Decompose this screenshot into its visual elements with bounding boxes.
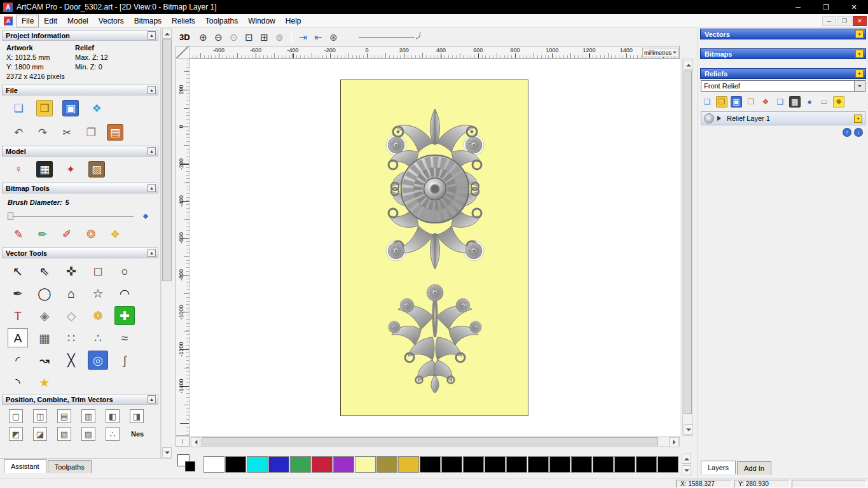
pan-tool-box[interactable] bbox=[176, 436, 189, 447]
snap-guides-icon[interactable]: ⇤ bbox=[312, 30, 326, 44]
relief-new-icon[interactable]: ❏ bbox=[701, 96, 713, 108]
palette-swatch[interactable] bbox=[420, 456, 441, 473]
relief-selector[interactable]: Front Relief bbox=[701, 80, 865, 92]
collapse-icon[interactable]: ▲ bbox=[148, 184, 156, 192]
create-diamond-icon[interactable]: ◇ bbox=[61, 306, 81, 325]
assistant-scrollbar[interactable] bbox=[161, 28, 172, 458]
menu-vectors[interactable]: Vectors bbox=[93, 15, 129, 27]
palette-swatch[interactable] bbox=[225, 456, 246, 473]
slider-thumb[interactable] bbox=[8, 213, 13, 220]
create-arc-icon[interactable]: ◠ bbox=[114, 284, 135, 303]
collapse-icon[interactable]: ▲ bbox=[148, 147, 156, 155]
node-editing-icon[interactable]: ⇖ bbox=[34, 261, 55, 281]
flood-fill-icon[interactable]: ❖ bbox=[107, 226, 123, 242]
minimize-button[interactable]: ─ bbox=[784, 0, 812, 14]
menu-window[interactable]: Window bbox=[243, 15, 280, 27]
paste-icon[interactable]: ▤ bbox=[107, 124, 123, 141]
palette-swatch[interactable] bbox=[290, 456, 311, 473]
menu-reliefs[interactable]: Reliefs bbox=[167, 15, 200, 27]
palette-swatch[interactable] bbox=[614, 456, 635, 473]
create-polyline-icon[interactable]: ✒ bbox=[8, 284, 28, 303]
node-chain-icon[interactable]: ∴ bbox=[88, 328, 108, 347]
menu-model[interactable]: Model bbox=[62, 15, 93, 27]
zoom-ratio-icon[interactable]: ⊚ bbox=[273, 30, 287, 44]
colour-picker-icon[interactable]: ❂ bbox=[83, 226, 99, 242]
2d-view-canvas[interactable] bbox=[189, 59, 680, 436]
center-x-icon[interactable]: ◫ bbox=[33, 409, 47, 423]
relief-dropdown-value[interactable]: Front Relief bbox=[701, 80, 855, 92]
palette-swatch[interactable] bbox=[203, 456, 224, 473]
block-copy-icon[interactable]: ✚ bbox=[114, 306, 135, 325]
collapse-icon[interactable]: ▲ bbox=[148, 86, 156, 94]
scrollbar-thumb[interactable] bbox=[202, 437, 658, 445]
arc-editing-icon[interactable]: ◝ bbox=[8, 373, 28, 392]
set-model-size-icon[interactable]: ♀ bbox=[10, 161, 27, 178]
palette-swatch[interactable] bbox=[398, 456, 419, 473]
vectors-header[interactable]: Vectors ▼ bbox=[700, 29, 866, 39]
palette-swatch[interactable] bbox=[355, 456, 376, 473]
scatter-vectors-icon[interactable]: ∴ bbox=[106, 427, 120, 441]
select-vectors-icon[interactable]: ↖ bbox=[8, 261, 28, 281]
scroll-down-icon[interactable] bbox=[162, 447, 172, 457]
expander-icon[interactable] bbox=[717, 116, 724, 121]
mdi-close-button[interactable]: ✕ bbox=[853, 16, 867, 26]
relief-light-icon[interactable]: ✹ bbox=[833, 96, 844, 108]
reliefs-menu-icon[interactable]: ▼ bbox=[855, 69, 864, 78]
layer-down-icon[interactable]: ↓ bbox=[854, 128, 863, 137]
relief-open-icon[interactable]: ❒ bbox=[716, 96, 727, 108]
collapse-icon[interactable]: ▲ bbox=[148, 31, 156, 39]
draw-tool-icon[interactable]: ✏ bbox=[34, 226, 51, 242]
palette-swatch[interactable] bbox=[528, 456, 549, 473]
relief-layer-row[interactable]: ✛ Relief Layer 1 ● bbox=[701, 111, 865, 125]
intersect-vectors-icon[interactable]: ▨ bbox=[81, 427, 95, 441]
mdi-minimize-button[interactable]: ─ bbox=[822, 16, 836, 26]
copy-icon[interactable]: ❐ bbox=[83, 124, 99, 141]
transform-vectors-icon[interactable]: ✜ bbox=[61, 261, 81, 281]
zoom-fit-icon[interactable]: ⊡ bbox=[242, 30, 256, 44]
subtract-vectors-icon[interactable]: ◪ bbox=[33, 427, 47, 441]
new-model-icon[interactable]: ❏ bbox=[10, 100, 27, 116]
menu-toolpaths[interactable]: Toolpaths bbox=[200, 15, 243, 27]
primary-secondary-colours[interactable] bbox=[176, 453, 201, 476]
text-grid-icon[interactable]: ▦ bbox=[34, 328, 55, 347]
menu-file[interactable]: File bbox=[17, 15, 39, 27]
cut-icon[interactable]: ✂ bbox=[59, 124, 75, 141]
palette-swatch[interactable] bbox=[506, 456, 527, 473]
nesting-tool[interactable]: Nes bbox=[130, 429, 145, 439]
tab-assistant[interactable]: Assistant bbox=[4, 459, 46, 473]
mirror-vectors-icon[interactable]: ◈ bbox=[34, 306, 55, 325]
zoom-out-icon[interactable]: ⊖ bbox=[212, 30, 226, 44]
vector-direction-icon[interactable]: ↝ bbox=[34, 351, 55, 370]
create-star-icon[interactable]: ☆ bbox=[88, 284, 108, 303]
paste-array-icon[interactable]: ∷ bbox=[61, 328, 81, 347]
canvas-vertical-scrollbar[interactable] bbox=[682, 59, 693, 436]
collapse-icon[interactable]: ▲ bbox=[148, 249, 156, 257]
scrollbar-thumb[interactable] bbox=[162, 39, 172, 281]
create-rectangle-icon[interactable]: □ bbox=[88, 261, 108, 281]
ruler-units-dropdown[interactable]: millimetres bbox=[642, 48, 679, 57]
palette-swatch[interactable] bbox=[485, 456, 506, 473]
scroll-down-icon[interactable] bbox=[682, 465, 691, 475]
bitmaps-header[interactable]: Bitmaps ▼ bbox=[700, 48, 866, 59]
scroll-left-icon[interactable] bbox=[191, 437, 200, 447]
zoom-previous-icon[interactable]: ⊙ bbox=[227, 30, 241, 44]
relief-smooth-icon[interactable]: ❖ bbox=[760, 96, 771, 108]
scroll-right-icon[interactable] bbox=[669, 437, 679, 447]
extrude-vector-icon[interactable]: ◎ bbox=[88, 351, 108, 370]
canvas-horizontal-scrollbar[interactable] bbox=[189, 436, 680, 447]
menu-edit[interactable]: Edit bbox=[39, 15, 62, 27]
palette-swatch[interactable] bbox=[441, 456, 462, 473]
relief-erase-icon[interactable]: ▭ bbox=[818, 96, 830, 108]
redo-icon[interactable]: ↷ bbox=[34, 124, 51, 141]
model-page[interactable] bbox=[340, 80, 528, 416]
scrollbar-thumb[interactable] bbox=[684, 71, 692, 414]
palette-swatch[interactable] bbox=[268, 456, 289, 473]
view-3d-button[interactable]: 3D bbox=[179, 32, 190, 42]
preview-icon[interactable]: ⊛ bbox=[327, 30, 341, 44]
palette-swatch[interactable] bbox=[247, 456, 268, 473]
align-left-icon[interactable]: ◧ bbox=[106, 409, 120, 423]
export-model-icon[interactable]: ❖ bbox=[88, 100, 105, 116]
weld-vectors-icon[interactable]: ◩ bbox=[9, 427, 23, 441]
relief-save-icon[interactable]: ▣ bbox=[731, 96, 742, 108]
snap-grid-icon[interactable]: ⇥ bbox=[296, 30, 310, 44]
